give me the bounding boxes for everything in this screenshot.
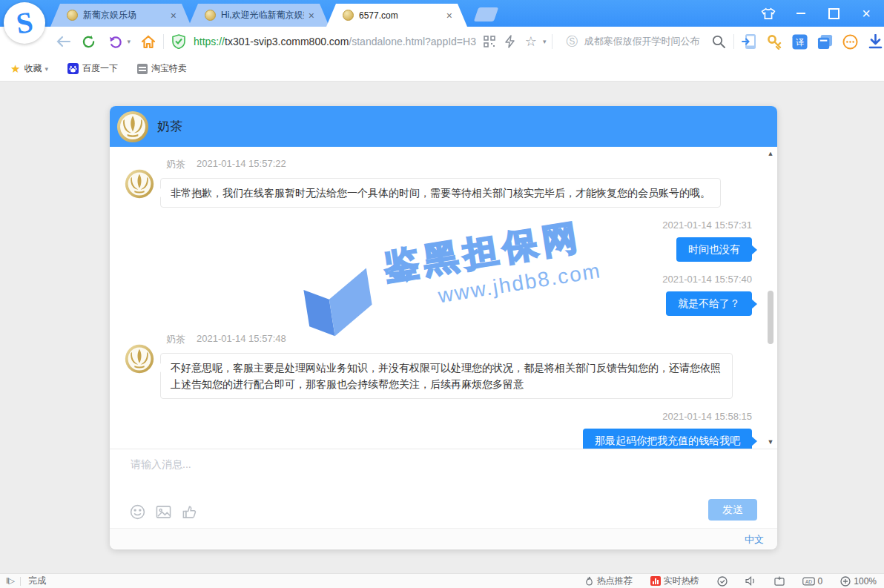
bookmark-label: 淘宝特卖 bbox=[151, 62, 187, 75]
message-time: 2021-01-14 15:57:31 bbox=[125, 219, 752, 231]
zoom-control[interactable]: 100% bbox=[840, 576, 877, 587]
home-icon[interactable] bbox=[139, 33, 157, 50]
sogou-search-icon: Ⓢ bbox=[566, 34, 578, 50]
tab-close-icon[interactable]: × bbox=[171, 10, 177, 22]
tab-xinpujing[interactable]: 新葡京娱乐场 × bbox=[50, 4, 191, 27]
check-circle-icon[interactable] bbox=[717, 576, 728, 587]
agent-avatar bbox=[125, 344, 154, 374]
message-input[interactable] bbox=[131, 458, 650, 491]
undo-icon[interactable] bbox=[107, 33, 125, 50]
multi-window-icon[interactable] bbox=[816, 33, 834, 50]
bookmarks-bar: ★ 收藏 ▾ 百度一下 淘宝特卖 bbox=[0, 56, 884, 82]
send-to-phone-icon[interactable] bbox=[740, 33, 758, 50]
favorites-label: 收藏 bbox=[24, 62, 42, 75]
scroll-down-icon[interactable]: ▼ bbox=[766, 438, 775, 446]
user-message: 2021-01-14 15:58:15 那最起码你把我充值的钱给我吧 bbox=[125, 411, 752, 449]
bookmark-taobao[interactable]: 淘宝特卖 bbox=[137, 62, 187, 75]
agent-name: 奶茶 bbox=[157, 118, 182, 135]
search-suggestion[interactable]: 成都寒假放假开学时间公布 bbox=[584, 35, 699, 48]
translate-icon[interactable]: 译 bbox=[791, 33, 808, 50]
image-upload-icon[interactable] bbox=[156, 504, 171, 520]
chat-footer: 中文 bbox=[110, 528, 777, 549]
tab-close-icon[interactable]: × bbox=[446, 10, 452, 22]
password-key-icon[interactable] bbox=[765, 33, 783, 50]
bookmark-label: 百度一下 bbox=[82, 62, 118, 75]
page-viewport: 奶茶 奶茶 2021-01-14 15:57:22 非常抱歉，我们在线客服暂时无… bbox=[0, 82, 884, 573]
search-box[interactable]: Ⓢ 成都寒假放假开学时间公布 bbox=[566, 33, 728, 50]
window-controls: × bbox=[761, 0, 874, 27]
baidu-paw-icon bbox=[67, 63, 79, 74]
chat-widget: 奶茶 奶茶 2021-01-14 15:57:22 非常抱歉，我们在线客服暂时无… bbox=[110, 106, 777, 549]
emoji-icon[interactable] bbox=[130, 504, 145, 520]
tab-close-icon[interactable]: × bbox=[309, 10, 314, 22]
navigation-toolbar: ▾ https://tx301-svip3.comm800.com/standa… bbox=[0, 27, 884, 56]
agent-avatar bbox=[125, 169, 154, 199]
user-bubble: 时间也没有 bbox=[676, 237, 752, 262]
new-tab-button[interactable] bbox=[474, 7, 499, 22]
sogou-browser-logo[interactable]: S bbox=[4, 2, 45, 44]
screenshot-icon[interactable] bbox=[774, 576, 785, 586]
message-sender: 奶茶 bbox=[166, 333, 185, 346]
minimize-button[interactable] bbox=[794, 6, 808, 21]
hot-recommend[interactable]: 热点推荐 bbox=[584, 575, 633, 587]
list-icon bbox=[137, 64, 148, 74]
speaker-icon[interactable] bbox=[745, 576, 756, 586]
back-icon[interactable] bbox=[55, 33, 73, 50]
lightning-icon[interactable] bbox=[501, 33, 519, 50]
scroll-up-icon[interactable]: ▲ bbox=[766, 150, 775, 157]
bookmark-baidu[interactable]: 百度一下 bbox=[67, 62, 118, 75]
search-magnifier-icon[interactable] bbox=[710, 33, 728, 50]
refresh-icon[interactable] bbox=[80, 33, 98, 50]
tab-welcome[interactable]: Hi,欢迎光临新葡京娱樂 × bbox=[188, 4, 329, 27]
undo-dropdown-icon[interactable]: ▾ bbox=[128, 38, 131, 45]
status-text: 完成 bbox=[28, 575, 46, 587]
send-button[interactable]: 发送 bbox=[708, 499, 757, 521]
page-url[interactable]: https://tx301-svip3.comm800.com/standalo… bbox=[194, 36, 476, 47]
hot-rank[interactable]: 实时热榜 bbox=[650, 575, 699, 587]
language-switch[interactable]: 中文 bbox=[745, 533, 764, 546]
tab-strip: 新葡京娱乐场 × Hi,欢迎光临新葡京娱樂 × 6577.com × bbox=[50, 0, 496, 27]
favorite-star-icon[interactable]: ☆ bbox=[522, 33, 540, 50]
address-bar[interactable]: https://tx301-svip3.comm800.com/standalo… bbox=[170, 33, 546, 50]
ad-count: 0 bbox=[818, 576, 823, 587]
thumbs-up-icon[interactable] bbox=[182, 504, 197, 520]
favorites-star-icon[interactable]: ★ bbox=[10, 62, 20, 76]
user-message: 2021-01-14 15:57:40 就是不给了？ bbox=[125, 274, 752, 316]
download-icon[interactable] bbox=[866, 33, 884, 50]
qr-code-icon[interactable] bbox=[481, 33, 498, 50]
zoom-level: 100% bbox=[854, 576, 877, 587]
favorites-menu[interactable]: 收藏 ▾ bbox=[24, 62, 48, 75]
message-time: 2021-01-14 15:58:15 bbox=[125, 411, 752, 422]
security-shield-icon[interactable] bbox=[170, 33, 188, 50]
site-favicon bbox=[343, 10, 354, 21]
address-dropdown-icon[interactable]: ▾ bbox=[543, 38, 547, 45]
agent-message: 奶茶 2021-01-14 15:57:48 不好意思呢，客服主要是处理网站业务… bbox=[125, 328, 752, 399]
tab-title: 6577.com bbox=[359, 10, 442, 21]
scrollbar-thumb[interactable] bbox=[768, 291, 774, 344]
message-input-area: 发送 bbox=[110, 449, 777, 528]
agent-bubble: 非常抱歉，我们在线客服暂时无法给您一个具体的时间，需要等待相关部门核实完毕后，才… bbox=[160, 178, 721, 208]
tab-6577-active[interactable]: 6577.com × bbox=[326, 4, 467, 27]
message-time: 2021-01-14 15:57:22 bbox=[197, 158, 286, 171]
svg-text:AD: AD bbox=[805, 578, 812, 584]
tab-title: 新葡京娱乐场 bbox=[83, 9, 166, 22]
site-favicon bbox=[67, 10, 78, 21]
maximize-button[interactable] bbox=[826, 6, 841, 21]
site-favicon bbox=[205, 10, 216, 21]
close-window-button[interactable]: × bbox=[859, 6, 874, 21]
ad-filter[interactable]: AD 0 bbox=[802, 576, 823, 587]
user-message: 2021-01-14 15:57:31 时间也没有 bbox=[125, 219, 752, 262]
more-menu-icon[interactable] bbox=[841, 33, 859, 50]
theme-skin-icon[interactable] bbox=[761, 6, 776, 21]
user-bubble: 那最起码你把我充值的钱给我吧 bbox=[583, 429, 752, 449]
message-time: 2021-01-14 15:57:48 bbox=[197, 333, 286, 346]
flame-icon bbox=[584, 576, 594, 586]
agent-bubble: 不好意思呢，客服主要是处理网站业务知识，并没有权限可以处理您的状况，都是将相关部… bbox=[160, 353, 733, 399]
message-time: 2021-01-14 15:57:40 bbox=[125, 274, 752, 285]
message-sender: 奶茶 bbox=[166, 158, 185, 171]
message-list[interactable]: 奶茶 2021-01-14 15:57:22 非常抱歉，我们在线客服暂时无法给您… bbox=[110, 147, 777, 449]
browser-window: 新葡京娱乐场 × Hi,欢迎光临新葡京娱樂 × 6577.com × × bbox=[0, 0, 884, 588]
tab-title: Hi,欢迎光临新葡京娱樂 bbox=[221, 9, 304, 22]
media-play-icon[interactable]: ‖▷ bbox=[6, 576, 14, 586]
chat-scrollbar[interactable]: ▲ ▼ bbox=[766, 148, 775, 447]
